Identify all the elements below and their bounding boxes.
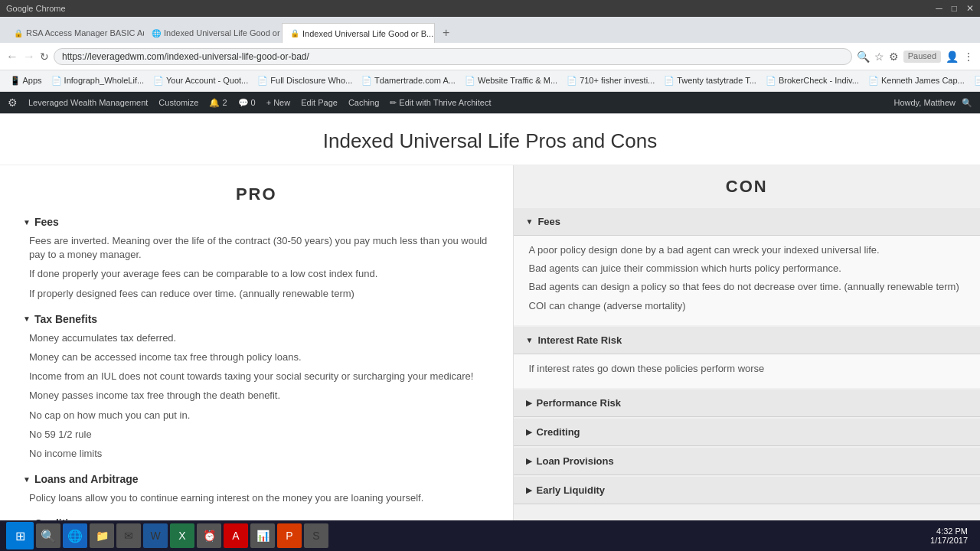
con-fees-section: ▼ Fees A poor policy design done by a ba… xyxy=(514,208,981,325)
forward-button[interactable]: → xyxy=(23,50,35,64)
con-fees-item-2: Bad agents can juice their commission wh… xyxy=(529,262,965,276)
taskbar-icon-2[interactable]: 🌐 xyxy=(63,523,87,548)
browser-chrome: Google Chrome ─ □ ✕ 🔒 RSA Access Manager… xyxy=(0,0,980,114)
pro-tax-item-1: Money accumulates tax deferred. xyxy=(29,331,490,345)
taskbar-date: 1/17/2017 xyxy=(930,536,968,545)
pro-tax-arrow: ▼ xyxy=(23,315,31,323)
con-interest-section: ▼ Interest Rate Risk If interest rates g… xyxy=(514,327,981,388)
tab-3-active[interactable]: 🔒 Indexed Universal Life Good or B... ✕ xyxy=(282,23,435,43)
wp-customize[interactable]: Customize xyxy=(158,98,198,107)
con-liquidity-arrow: ▶ xyxy=(526,486,532,494)
bm-7[interactable]: 📄 Twenty tastytrade T... xyxy=(660,74,760,87)
tab-2[interactable]: 🌐 Indexed Universal Life Good or B... ✕ xyxy=(144,23,282,43)
window-controls[interactable]: ─ □ ✕ xyxy=(936,3,974,14)
pro-column: PRO ▼ Fees Fees are inverted. Meaning ov… xyxy=(0,165,514,548)
con-fees-arrow: ▼ xyxy=(526,217,534,226)
bookmarks-bar: 📱 Apps 📄 Infograph_WholeLif... 📄 Your Ac… xyxy=(0,70,980,92)
con-performance-section: ▶ Performance Risk xyxy=(514,390,981,417)
taskbar-icon-4[interactable]: ✉ xyxy=(116,523,141,548)
url-bar[interactable]: https://leveragedwm.com/indexed-universa… xyxy=(54,48,852,65)
bm-4[interactable]: 📄 Tdamertrade.com A... xyxy=(358,74,459,87)
close-btn[interactable]: ✕ xyxy=(966,3,974,14)
con-loan-header[interactable]: ▶ Loan Provisions xyxy=(514,448,981,475)
wp-site-name[interactable]: Leveraged Wealth Management xyxy=(28,98,148,107)
con-liquidity-section: ▶ Early Liquidity xyxy=(514,477,981,504)
new-tab-button[interactable]: + xyxy=(435,23,457,43)
wp-thrive[interactable]: ✏ Edit with Thrive Architect xyxy=(390,98,491,108)
reload-button[interactable]: ↻ xyxy=(40,51,49,63)
tab-bar: 🔒 RSA Access Manager BASIC Auth ✕ 🌐 Inde… xyxy=(0,17,980,43)
browser-actions: 🔍 ☆ ⚙ Paused 👤 ⋮ xyxy=(857,51,974,63)
paused-indicator: Paused xyxy=(903,51,941,63)
con-performance-header[interactable]: ▶ Performance Risk xyxy=(514,390,981,417)
bm-9[interactable]: 📄 Kenneth James Cap... xyxy=(864,74,969,87)
con-liquidity-header[interactable]: ▶ Early Liquidity xyxy=(514,477,981,504)
wp-logo[interactable]: ⚙ xyxy=(8,96,18,109)
menu-button[interactable]: ⋮ xyxy=(963,51,974,63)
wp-greeting-area: Howdy, Matthew 🔍 xyxy=(894,98,973,108)
taskbar-icon-1[interactable]: 🔍 xyxy=(36,523,60,548)
pro-fees-content: Fees are inverted. Meaning over the life… xyxy=(23,234,490,301)
pro-header: PRO xyxy=(23,177,490,216)
con-fees-item-4: COI can change (adverse mortality) xyxy=(529,299,965,313)
start-button[interactable]: ⊞ xyxy=(6,522,34,548)
url-text: https://leveragedwm.com/indexed-universa… xyxy=(62,51,309,62)
bm-1[interactable]: 📄 Infograph_WholeLif... xyxy=(47,74,149,87)
bm-8[interactable]: 📄 BrokerCheck - Indiv... xyxy=(762,74,863,87)
pro-tax-title[interactable]: ▼ Tax Benefits xyxy=(23,313,490,325)
tab-1[interactable]: 🔒 RSA Access Manager BASIC Auth ✕ xyxy=(6,23,144,43)
con-performance-arrow: ▶ xyxy=(526,399,532,407)
tab-2-label: Indexed Universal Life Good or B... xyxy=(164,28,282,37)
taskbar-icon-8[interactable]: A xyxy=(224,523,248,548)
pro-tax-item-7: No income limits xyxy=(29,447,490,461)
back-button[interactable]: ← xyxy=(6,50,18,64)
bm-3[interactable]: 📄 Full Disclosure Who... xyxy=(253,74,356,87)
con-interest-item-1: If interest rates go down these policies… xyxy=(529,362,965,376)
pro-loans-section: ▼ Loans and Arbitrage Policy loans allow… xyxy=(23,473,490,505)
minimize-btn[interactable]: ─ xyxy=(936,3,942,14)
bm-5[interactable]: 📄 Website Traffic & M... xyxy=(461,74,561,87)
taskbar-time: 4:32 PM xyxy=(930,527,968,536)
con-crediting-header[interactable]: ▶ Crediting xyxy=(514,419,981,446)
con-crediting-section: ▶ Crediting xyxy=(514,419,981,446)
con-fees-header[interactable]: ▼ Fees xyxy=(514,208,981,236)
search-icon[interactable]: 🔍 xyxy=(857,51,870,63)
extensions-icon[interactable]: ⚙ xyxy=(889,51,899,63)
wp-edit-page[interactable]: Edit Page xyxy=(301,98,338,107)
taskbar-icon-9[interactable]: 📊 xyxy=(250,523,275,548)
wp-updates[interactable]: 🔔 2 xyxy=(209,98,227,108)
bookmark-icon[interactable]: ☆ xyxy=(874,51,884,63)
wp-search-icon[interactable]: 🔍 xyxy=(962,98,972,108)
pro-loans-title[interactable]: ▼ Loans and Arbitrage xyxy=(23,473,490,485)
taskbar-icon-11[interactable]: S xyxy=(304,523,328,548)
bm-6[interactable]: 📄 710+ fisher investi... xyxy=(563,74,658,87)
pro-fees-arrow: ▼ xyxy=(23,218,31,227)
tab-3-label: Indexed Universal Life Good or B... xyxy=(302,29,433,38)
pro-loans-arrow: ▼ xyxy=(23,475,31,484)
taskbar-icon-7[interactable]: ⏰ xyxy=(197,523,221,548)
pro-loans-item-1: Policy loans allow you to continue earni… xyxy=(29,491,490,505)
bm-2[interactable]: 📄 Your Account - Quot... xyxy=(149,74,252,87)
taskbar-icon-6[interactable]: X xyxy=(170,523,194,548)
pro-fees-title[interactable]: ▼ Fees xyxy=(23,216,490,228)
con-interest-header[interactable]: ▼ Interest Rate Risk xyxy=(514,327,981,354)
wp-caching[interactable]: Caching xyxy=(348,98,379,107)
taskbar-icon-10[interactable]: P xyxy=(277,523,302,548)
apps-bookmark[interactable]: 📱 Apps xyxy=(6,74,46,87)
taskbar-icon-3[interactable]: 📁 xyxy=(90,523,114,548)
pro-loans-content: Policy loans allow you to continue earni… xyxy=(23,491,490,505)
con-fees-item-3: Bad agents can design a policy so that f… xyxy=(529,280,965,294)
con-fees-item-1: A poor policy design done by a bad agent… xyxy=(529,243,965,257)
profile-icon[interactable]: 👤 xyxy=(946,51,959,63)
page-title: Indexed Universal Life Pros and Cons xyxy=(0,129,980,153)
wp-new[interactable]: + New xyxy=(266,98,291,107)
pro-fees-section: ▼ Fees Fees are inverted. Meaning over t… xyxy=(23,216,490,301)
bm-10[interactable]: 📄 Amazingly Simple G... xyxy=(970,74,980,87)
pro-fees-item-2: If done properly your average fees can b… xyxy=(29,267,490,281)
wp-comments[interactable]: 💬 0 xyxy=(238,98,256,108)
pro-tax-content: Money accumulates tax deferred. Money ca… xyxy=(23,331,490,461)
taskbar-icon-5[interactable]: W xyxy=(143,523,168,548)
pro-tax-item-6: No 59 1/2 rule xyxy=(29,428,490,442)
maximize-btn[interactable]: □ xyxy=(952,3,957,14)
browser-label: Google Chrome xyxy=(6,4,66,13)
